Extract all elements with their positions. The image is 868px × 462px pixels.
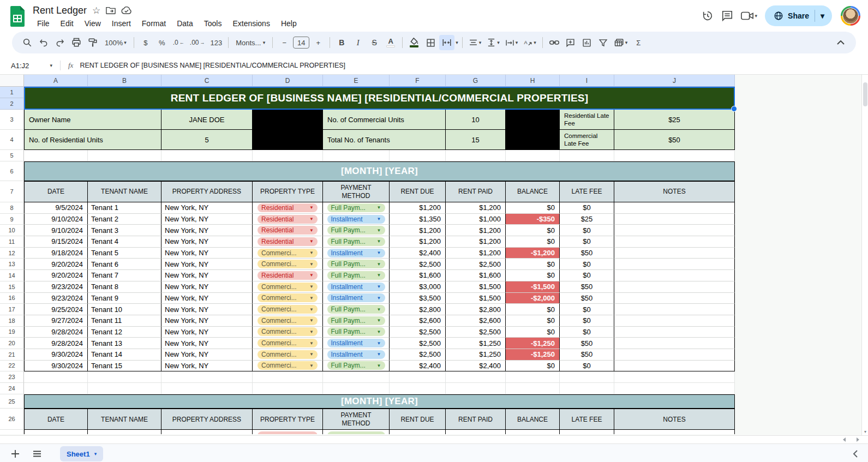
column-title-rent-paid[interactable]: RENT PAID (446, 409, 506, 430)
print-icon[interactable] (69, 35, 84, 50)
cell-property-type[interactable]: Residential▼ (253, 202, 323, 214)
cell-payment-method[interactable]: Full Paym...▼ (323, 259, 390, 270)
cell-date[interactable]: 9/27/2024 (24, 315, 88, 327)
cell-rent-paid[interactable]: $1,200 (446, 202, 506, 214)
property-type-chip[interactable]: Commerci...▼ (258, 316, 318, 325)
row-header-17[interactable]: 17 (0, 304, 24, 315)
row-header-10[interactable]: 10 (0, 225, 24, 236)
cell-balance[interactable]: -$2,000 (506, 293, 560, 304)
cell-owner-name-label[interactable]: Owner Name (24, 110, 161, 130)
decrease-decimals-icon[interactable]: .0← (171, 35, 187, 50)
text-rotation-icon[interactable]: A▾ (521, 35, 538, 50)
cell[interactable] (506, 371, 560, 383)
meet-video-icon[interactable]: ▾ (741, 11, 758, 21)
cell-owner-name-value[interactable]: JANE DOE (161, 110, 253, 130)
title-banner-cell[interactable]: RENT LEDGER OF [BUSINESS NAME] [RESIDENT… (24, 87, 735, 110)
cell-balance[interactable]: $0 (506, 361, 560, 372)
menu-file[interactable]: File (33, 18, 54, 29)
cloud-status-icon[interactable] (121, 7, 132, 15)
sheets-logo-icon[interactable] (7, 4, 28, 28)
property-type-chip[interactable]: Commerci...▼ (258, 260, 318, 268)
menu-format[interactable]: Format (137, 18, 170, 29)
cell-notes[interactable] (614, 259, 735, 270)
insert-comment-icon[interactable] (563, 35, 578, 50)
payment-method-chip[interactable]: Full Paym...▼ (327, 327, 385, 336)
column-title-tenant-name[interactable]: TENANT NAME (88, 409, 161, 430)
cell-rent-paid[interactable]: $1,200 (446, 236, 506, 248)
cell-rent-paid[interactable]: $2,500 (446, 259, 506, 270)
sheet-tab-sheet1[interactable]: Sheet1 ▾ (60, 446, 103, 461)
cell[interactable] (390, 371, 446, 383)
column-header-F[interactable]: F (390, 75, 446, 87)
cell-black-d4[interactable] (253, 130, 323, 150)
payment-method-chip[interactable]: Full Paym...▼ (327, 260, 385, 268)
cell-balance[interactable]: $0 (506, 327, 560, 338)
cell[interactable] (161, 150, 253, 161)
text-color-icon[interactable]: A (383, 35, 398, 50)
cell-notes[interactable] (614, 214, 735, 225)
cell[interactable] (506, 383, 560, 394)
column-title-payment-method[interactable]: PAYMENT METHOD (323, 409, 390, 430)
row-header-16[interactable]: 16 (0, 293, 24, 304)
cell-notes[interactable] (614, 248, 735, 259)
cell-property-address[interactable]: New York, NY (161, 202, 253, 214)
cell-date[interactable]: 9/28/2024 (24, 338, 88, 349)
cell-date[interactable]: 9/20/2024 (24, 270, 88, 281)
paint-format-icon[interactable] (85, 35, 100, 50)
cell-property-type[interactable]: Commerci...▼ (253, 315, 323, 327)
cell-date[interactable]: 9/20/2024 (24, 259, 88, 270)
cell-rent-due[interactable]: $2,400 (390, 248, 446, 259)
cell[interactable] (506, 150, 560, 161)
table-views-icon[interactable]: ▾ (612, 35, 630, 50)
cell-late-fee[interactable]: $0 (560, 236, 614, 248)
row-header-3[interactable]: 3 (0, 110, 24, 130)
cell[interactable] (323, 371, 390, 383)
property-type-chip[interactable]: Commerci...▼ (258, 249, 318, 257)
name-box-caret[interactable]: ▾ (50, 63, 52, 68)
cell-property-address[interactable]: New York, NY (161, 236, 253, 248)
column-title-date[interactable]: DATE (24, 181, 88, 202)
cell-rent-due[interactable]: $1,350 (390, 214, 446, 225)
menu-edit[interactable]: Edit (56, 18, 78, 29)
column-title-property-type[interactable]: PROPERTY TYPE (253, 409, 323, 430)
payment-method-chip[interactable]: Installment▼ (327, 293, 385, 302)
cell-rent-paid[interactable]: $2,800 (446, 304, 506, 315)
cell-payment-method[interactable]: Full Paym...▼ (323, 202, 390, 214)
scroll-right-icon[interactable] (856, 437, 860, 442)
cell-late-fee[interactable]: $50 (560, 248, 614, 259)
cell-property-type[interactable]: Commerci...▼ (253, 293, 323, 304)
cell-rent-paid[interactable]: $2,400 (446, 361, 506, 372)
cell-date[interactable]: 9/15/2024 (24, 236, 88, 248)
cell-notes[interactable] (614, 338, 735, 349)
cell-property-type[interactable]: Commerci...▼ (253, 361, 323, 372)
column-title-tenant-name[interactable]: TENANT NAME (88, 181, 161, 202)
cell-date[interactable]: 9/28/2024 (24, 327, 88, 338)
column-title-notes[interactable]: NOTES (614, 409, 735, 430)
property-type-chip[interactable]: Commerci...▼ (258, 350, 318, 359)
month-banner-cell[interactable]: [MONTH] [YEAR] (24, 161, 735, 181)
cell-late-fee[interactable]: $0 (560, 304, 614, 315)
share-button[interactable]: Share ▾ (765, 5, 832, 26)
cell-notes[interactable] (614, 361, 735, 372)
cell-notes[interactable] (614, 349, 735, 361)
cell[interactable] (614, 383, 735, 394)
bold-icon[interactable]: B (334, 35, 349, 50)
payment-method-chip[interactable]: Full Paym...▼ (327, 316, 385, 325)
cell[interactable] (88, 150, 161, 161)
cell-rent-due[interactable]: $1,200 (390, 236, 446, 248)
row-header-15[interactable]: 15 (0, 281, 24, 293)
cell-rent-due[interactable]: $2,800 (390, 304, 446, 315)
vertical-scroll-down-icon[interactable]: ▾ (862, 429, 868, 434)
hide-menus-icon[interactable] (833, 35, 848, 50)
cell-rent-due[interactable]: $3,000 (390, 281, 446, 293)
month-banner-cell-2[interactable]: [MONTH] [YEAR] (24, 394, 735, 409)
cell-tenant-name[interactable]: Tenant 8 (88, 281, 161, 293)
move-folder-icon[interactable] (106, 6, 116, 15)
name-box[interactable]: A1:J2 ▾ (7, 62, 57, 70)
cell-balance[interactable]: $0 (506, 236, 560, 248)
insert-chart-icon[interactable] (579, 35, 595, 50)
row-header-13[interactable]: 13 (0, 259, 24, 270)
selection-handle[interactable] (731, 106, 737, 112)
cell-tenant-name[interactable]: Tenant 15 (88, 361, 161, 372)
cell-residential-units-value[interactable]: 5 (161, 130, 253, 150)
